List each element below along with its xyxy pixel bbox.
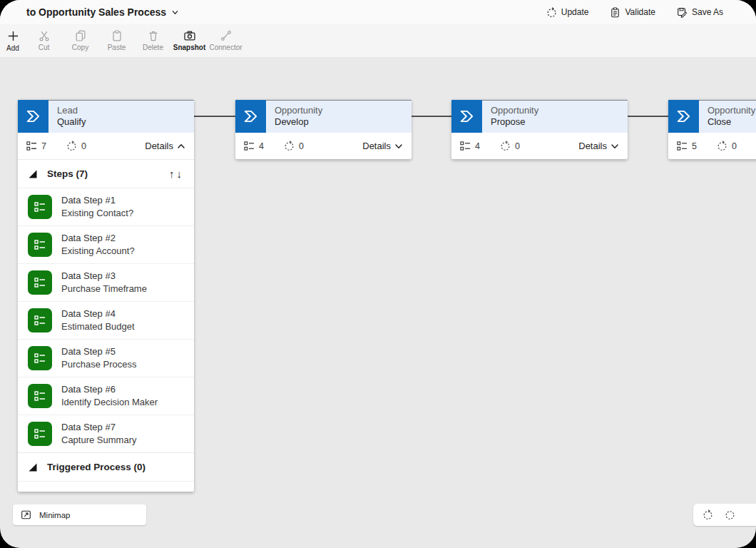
steps-count: 5 (677, 141, 697, 151)
stage-header[interactable]: Lead Qualify (18, 100, 194, 133)
step-name: Purchase Timeframe (61, 283, 147, 294)
step-item[interactable]: Data Step #7Capture Summary (18, 415, 194, 452)
delete-button[interactable]: Delete (135, 24, 171, 57)
process-sync-icon (284, 141, 295, 151)
details-toggle[interactable]: Details (578, 141, 619, 151)
step-item[interactable]: Data Step #6Identify Decision Maker (18, 377, 194, 415)
details-toggle[interactable]: Details (362, 141, 403, 151)
process-count-value: 0 (515, 141, 520, 151)
delete-icon (148, 30, 159, 41)
stage-card-qualify: Lead Qualify 7 0 (18, 100, 194, 492)
steps-count-value: 4 (475, 141, 480, 151)
step-name: Existing Contact? (61, 208, 133, 218)
reorder-arrows[interactable]: ↑↓ (169, 168, 184, 180)
data-step-icon (28, 270, 52, 295)
steps-count-value: 4 (259, 141, 264, 151)
steps-count: 7 (26, 141, 46, 151)
connector-label: Connector (209, 44, 242, 51)
step-title: Data Step #5 (61, 346, 116, 357)
stage-chevron-icon (668, 100, 699, 133)
stage-chevron-icon (451, 100, 482, 133)
zoom-control-icon[interactable] (725, 509, 735, 520)
stage-meta-row: 4 0 Details (235, 133, 412, 159)
process-count: 0 (500, 141, 520, 151)
process-count: 0 (284, 141, 304, 151)
step-title: Data Step #7 (61, 422, 116, 432)
stage-titles: Opportunity Close (699, 100, 756, 133)
paste-icon (111, 30, 123, 41)
add-label: Add (6, 44, 19, 52)
connector-icon (220, 30, 232, 41)
stage-card-develop: Opportunity Develop 4 0 (235, 100, 412, 159)
snapshot-button[interactable]: Snapshot (171, 24, 208, 57)
paste-button[interactable]: Paste (98, 24, 135, 57)
step-item[interactable]: Data Step #5Purchase Process (18, 339, 194, 377)
stage-connector-line (628, 116, 668, 117)
step-item[interactable]: Data Step #3Purchase Timeframe (18, 263, 194, 301)
steps-list-icon (460, 141, 471, 151)
chevron-down-icon (171, 9, 179, 16)
add-button[interactable]: Add (0, 24, 26, 57)
process-count-value: 0 (81, 141, 86, 151)
step-name: Estimated Budget (61, 321, 135, 332)
stage-card-propose: Opportunity Propose 4 0 (451, 100, 628, 159)
step-title: Data Step #4 (61, 308, 116, 319)
triggered-process-section-header[interactable]: Triggered Process (0) (18, 452, 194, 482)
steps-count-value: 7 (41, 141, 46, 151)
title-bar: to Opportunity Sales Process Update (0, 0, 756, 24)
data-step-icon (28, 346, 52, 370)
connector-button[interactable]: Connector (208, 24, 244, 57)
copy-label: Copy (72, 44, 88, 51)
validate-icon (610, 7, 620, 18)
minimap-label: Minimap (39, 511, 70, 519)
steps-section-header[interactable]: Steps (7) ↑↓ (18, 159, 194, 188)
step-item[interactable]: Data Step #4Estimated Budget (18, 301, 194, 339)
move-down-icon[interactable]: ↓ (177, 168, 185, 180)
titlebar-actions: Update Validate Save As (546, 7, 723, 18)
refresh-icon (546, 7, 557, 18)
stage-header[interactable]: Opportunity Propose (451, 100, 628, 133)
cut-label: Cut (39, 44, 50, 51)
fit-view-icon[interactable] (703, 509, 713, 520)
snapshot-camera-icon (183, 30, 196, 41)
steps-section-label: Steps (7) (47, 168, 88, 179)
stage-meta-row: 4 0 Details (451, 133, 628, 159)
add-icon (7, 30, 19, 42)
cut-button[interactable]: Cut (26, 24, 62, 57)
chevron-up-icon (177, 142, 185, 151)
copy-button[interactable]: Copy (62, 24, 98, 57)
details-toggle[interactable]: Details (145, 141, 185, 151)
update-button[interactable]: Update (546, 7, 589, 18)
process-count: 0 (66, 141, 86, 151)
stage-header[interactable]: Opportunity Develop (235, 100, 412, 133)
steps-list-icon (677, 141, 688, 151)
stage-card-close: Opportunity Close 5 0 (668, 100, 756, 159)
details-label: Details (578, 141, 607, 151)
step-title: Data Step #2 (61, 233, 116, 243)
data-step-icon (28, 384, 52, 408)
move-up-icon[interactable]: ↑ (169, 168, 177, 180)
chevron-down-icon (611, 142, 619, 151)
step-item[interactable]: Data Step #1Existing Contact? (18, 188, 194, 225)
page-title: to Opportunity Sales Process (26, 6, 166, 18)
snapshot-label: Snapshot (173, 44, 206, 51)
stage-header[interactable]: Opportunity Close (668, 100, 756, 133)
details-label: Details (362, 141, 391, 151)
validate-button[interactable]: Validate (610, 7, 655, 18)
steps-list: Data Step #1Existing Contact? Data Step … (18, 188, 194, 452)
triggered-process-label: Triggered Process (0) (47, 462, 145, 472)
validate-label: Validate (625, 7, 655, 17)
stage-entity: Opportunity (491, 105, 538, 116)
cut-icon (39, 30, 50, 41)
copy-icon (75, 30, 86, 41)
minimap-icon (21, 509, 31, 520)
process-sync-icon (717, 141, 727, 151)
minimap-toggle[interactable]: Minimap (13, 504, 146, 525)
collapse-triangle-icon (28, 462, 38, 472)
save-as-button[interactable]: Save As (677, 7, 723, 18)
step-item[interactable]: Data Step #2Existing Account? (18, 225, 194, 263)
command-toolbar: Add Cut Copy Paste (0, 24, 756, 58)
process-title-dropdown[interactable]: to Opportunity Sales Process (26, 6, 179, 18)
step-title: Data Step #1 (61, 195, 116, 206)
data-step-icon (28, 308, 52, 333)
